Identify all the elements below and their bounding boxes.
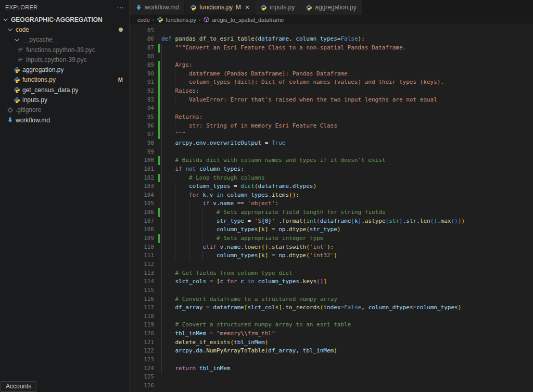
indent-guide — [161, 286, 162, 295]
code-line-120[interactable]: 120 tbl_inMem = "memory\\fzm_tbl" — [130, 330, 533, 338]
tab-functions.py[interactable]: functions.pyM× — [185, 0, 255, 15]
code-line-86[interactable]: 86def pandas_df_to_esri_table(dataframe,… — [130, 35, 533, 44]
code-line-107[interactable]: 107 str_type = 'S{0}' .format(int(datafr… — [130, 217, 533, 226]
tab-label: workflow.md — [145, 4, 179, 11]
line-number: 96 — [130, 122, 154, 131]
code-line-113[interactable]: 113 # Get fields from column type dict — [130, 269, 533, 278]
code-line-91[interactable]: 91 column_types (dict): Dict of column n… — [130, 78, 533, 87]
code-line-121[interactable]: 121 delete_if_exists(tbl_inMem) — [130, 338, 533, 347]
line-number: 103 — [130, 182, 154, 191]
code-line-100[interactable]: 100 # Builds dict with column names and … — [130, 156, 533, 165]
code-line-95[interactable]: 95 Returns: — [130, 113, 533, 122]
code-text: # Loop through columns — [161, 174, 265, 183]
code-line-97[interactable]: 97 """ — [130, 130, 533, 139]
indent-guide — [161, 165, 162, 174]
code-line-116[interactable]: 116 # Convert dataframe to a structured … — [130, 295, 533, 304]
code-line-88[interactable]: 88 — [130, 53, 533, 61]
code-line-118[interactable]: 118 — [130, 312, 533, 321]
code-line-122[interactable]: 122 arcpy.da.NumPyArrayToTable(df_array,… — [130, 347, 533, 356]
code-line-93[interactable]: 93 ValueError: Error that's raised when … — [130, 96, 533, 105]
tree-item-aggregation.py[interactable]: aggregation.py — [0, 65, 129, 74]
tree-item-functions.py[interactable]: functions.pyM — [0, 75, 129, 85]
code-editor[interactable]: 848586def pandas_df_to_esri_table(datafr… — [130, 24, 533, 392]
breadcrumb-segment-functions.py[interactable]: functions.py — [157, 16, 196, 23]
line-number: 87 — [130, 44, 154, 53]
indent-guide — [161, 70, 162, 79]
tab-workflow.md[interactable]: workflow.md — [130, 0, 185, 15]
code-line-85[interactable]: 85 — [130, 27, 533, 35]
tab-label: aggregation.py — [315, 4, 356, 11]
code-line-125[interactable]: 125 — [130, 373, 533, 382]
tree-item-get-census-data.py[interactable]: get_census_data.py — [0, 85, 129, 95]
tree-item-workflow.md[interactable]: workflow.md — [0, 115, 129, 125]
code-line-103[interactable]: 103 column_types = dict(dataframe.dtypes… — [130, 182, 533, 191]
code-line-112[interactable]: 112 — [130, 260, 533, 269]
code-line-117[interactable]: 117 df_array = dataframe[slct_cols].to_r… — [130, 304, 533, 312]
code-line-105[interactable]: 105 if v.name == 'object': — [130, 199, 533, 208]
more-actions-icon[interactable]: ··· — [117, 5, 124, 10]
gutter-spacer — [158, 330, 160, 338]
indent-guide — [161, 243, 162, 252]
code-line-92[interactable]: 92 Raises: — [130, 87, 533, 96]
breadcrumb-segment-code[interactable]: code — [137, 17, 150, 23]
code-text: # Builds dict with column names and type… — [161, 156, 385, 165]
code-line-126[interactable]: 126 — [130, 382, 533, 390]
code-line-110[interactable]: 110 elif v.name.lower().startswith('int'… — [130, 243, 533, 252]
code-line-94[interactable]: 94 — [130, 104, 533, 113]
indent-guide — [175, 122, 175, 131]
code-line-99[interactable]: 99 — [130, 148, 533, 157]
tab-inputs.py[interactable]: inputs.py — [255, 0, 300, 15]
tree-item-functions.cpython-39.pyc[interactable]: functions.cpython-39.pyc — [0, 45, 129, 55]
code-line-114[interactable]: 114 slct_cols = [c for c in column_types… — [130, 277, 533, 286]
tree-item--pycache-[interactable]: __pycache__ — [0, 35, 129, 45]
tree-item-label: inputs.py — [22, 96, 47, 104]
code-text: def pandas_df_to_esri_table(dataframe, c… — [161, 35, 365, 44]
indent-guide — [161, 78, 162, 87]
code-line-123[interactable]: 123 — [130, 356, 533, 364]
tree-item-label: __pycache__ — [22, 36, 59, 43]
indent-guide — [161, 199, 162, 208]
indent-guide — [202, 234, 203, 243]
line-number: 110 — [130, 243, 154, 252]
gutter-spacer — [158, 295, 160, 304]
tree-item-code[interactable]: code — [0, 24, 129, 34]
tree-root-geographic-aggregation[interactable]: GEOGRAPHIC-AGGREGATION — [0, 15, 129, 24]
code-text: ValueError: Error that's raised when the… — [161, 96, 437, 105]
code-line-109[interactable]: 109 # Sets appropriate integer type — [130, 234, 533, 243]
indent-guide — [161, 347, 162, 356]
code-text: # Convert dataframe to a structured nump… — [161, 295, 337, 304]
tree-item-inputs.py[interactable]: inputs.py — [0, 95, 129, 105]
code-line-101[interactable]: 101 if not column_types: — [130, 165, 533, 174]
code-line-90[interactable]: 90 dataframe (Pandas Dataframe): Pandas … — [130, 70, 533, 79]
indent-guide — [175, 70, 175, 79]
code-line-124[interactable]: 124 return tbl_inMem — [130, 364, 533, 373]
indent-guide — [189, 225, 189, 234]
line-number: 115 — [130, 286, 154, 295]
code-line-108[interactable]: 108 column_types[k] = np.dtype(str_type) — [130, 225, 533, 234]
code-line-87[interactable]: 87 """Convert an Esri Feature Class to a… — [130, 44, 533, 53]
tree-item-.gitignore[interactable]: .gitignore — [0, 105, 129, 115]
code-line-89[interactable]: 89 Args: — [130, 61, 533, 70]
code-line-98[interactable]: 98 arcpy.env.overwriteOutput = True — [130, 139, 533, 148]
code-line-96[interactable]: 96 str: String of in memory Esri Feature… — [130, 122, 533, 131]
code-line-115[interactable]: 115 — [130, 286, 533, 295]
git-added-gutter-marker — [158, 234, 160, 243]
gutter-spacer — [158, 382, 160, 390]
code-line-102[interactable]: 102 # Loop through columns — [130, 174, 533, 183]
close-icon[interactable]: × — [245, 4, 249, 10]
line-number: 118 — [130, 312, 154, 321]
code-line-104[interactable]: 104 for k,v in column_types.items(): — [130, 191, 533, 200]
indent-guide — [161, 277, 162, 286]
code-line-106[interactable]: 106 # Sets appropriate field length for … — [130, 208, 533, 217]
code-line-111[interactable]: 111 column_types[k] = np.dtype('int32') — [130, 251, 533, 260]
line-number: 121 — [130, 338, 154, 347]
code-line-119[interactable]: 119 # Convert a structured numpy array t… — [130, 321, 533, 330]
tree-item-inputs.cpython-39.pyc[interactable]: inputs.cpython-39.pyc — [0, 55, 129, 65]
gutter-spacer — [158, 182, 160, 191]
indent-guide — [161, 191, 162, 200]
symbol-method-icon — [203, 16, 210, 23]
breadcrumb-segment-arcgis_to_spatial_dataframe[interactable]: arcgis_to_spatial_dataframe — [203, 16, 284, 23]
chevron-down-icon — [2, 16, 9, 23]
indent-guide — [175, 199, 175, 208]
tab-aggregation.py[interactable]: aggregation.py — [300, 0, 362, 15]
